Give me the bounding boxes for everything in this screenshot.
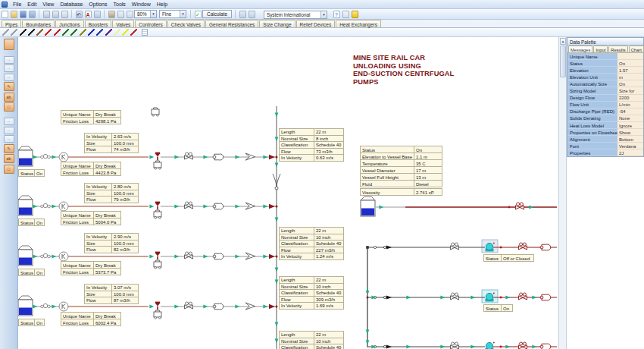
pump-status-label[interactable]: StatusOn xyxy=(483,305,513,312)
pipe-pen-icon[interactable] xyxy=(11,29,17,36)
pipe-table[interactable]: Length22 mNominal Size8 inchClassificati… xyxy=(279,129,344,162)
new-file-icon[interactable] xyxy=(2,11,8,18)
scroll-up-icon[interactable]: ▲ xyxy=(560,38,566,45)
grid-icon[interactable] xyxy=(142,29,148,36)
tank-supply-line[interactable] xyxy=(18,246,278,269)
pump-discharge-line[interactable] xyxy=(368,293,557,301)
velocity-table[interactable]: In Velocity2.63 m/sSize100.0 mmFlow74 m3… xyxy=(84,134,139,153)
velocity-table[interactable]: In Velocity2.80 m/sSize100.0 mmFlow79 m3… xyxy=(84,184,139,203)
table-row[interactable]: Discharge Pipe (RED)-54 xyxy=(567,108,643,115)
table-row[interactable]: Design Flow2200 xyxy=(567,95,643,102)
table-row[interactable]: Unique Name xyxy=(567,53,643,60)
menu-item[interactable]: Tools xyxy=(110,0,128,8)
vertical-scrollbar[interactable]: ▲ xyxy=(558,37,567,349)
font-icon[interactable]: A xyxy=(85,11,92,18)
table-row[interactable]: Flow UnitL/min xyxy=(567,102,643,108)
junction-tab[interactable]: Size Change xyxy=(259,20,295,27)
menu-item[interactable]: Options xyxy=(86,0,110,8)
calculate-button[interactable]: Calculate xyxy=(202,10,232,18)
junction-tab[interactable]: Pipes xyxy=(2,20,21,27)
pipe-pen-icon[interactable] xyxy=(114,29,120,36)
diagram-title[interactable]: MINE SITE RAIL CAR UNLOADING USING END-S… xyxy=(353,54,454,86)
table-row[interactable]: Elevation Unitm xyxy=(567,74,643,80)
notes-icon[interactable] xyxy=(342,11,349,18)
pump-discharge-line[interactable] xyxy=(368,243,557,251)
table-row[interactable]: Sizing ModelSize for xyxy=(567,87,643,94)
detail-select[interactable]: Fine▾ xyxy=(159,10,186,18)
menu-item[interactable]: Help xyxy=(154,0,170,8)
table-row[interactable]: Properties on FlowsheetShow xyxy=(567,129,643,136)
save-all-icon[interactable] xyxy=(29,11,36,18)
find-icon[interactable] xyxy=(108,11,115,18)
palette-tab[interactable]: Messages xyxy=(568,46,592,52)
zoom-out-icon[interactable] xyxy=(127,11,133,18)
table-row[interactable]: FontVerdana xyxy=(567,143,643,149)
dry-break-table[interactable]: Unique NameDry BreakFriction Loss4298.1 … xyxy=(61,111,121,124)
pipe-pen-icon[interactable] xyxy=(80,29,86,36)
tank-supply-line[interactable] xyxy=(18,196,278,219)
dry-break-table[interactable]: Unique NameDry BreakFriction Loss5004.0 … xyxy=(61,212,121,225)
pipe-pen-icon[interactable] xyxy=(105,29,112,36)
text-tool-icon[interactable]: ab xyxy=(4,93,14,102)
junction-tool-icon[interactable]: ·· xyxy=(4,127,14,134)
zoom-in-icon[interactable] xyxy=(117,11,124,18)
table-row[interactable]: Elevation1.57 xyxy=(567,67,643,74)
menu-item[interactable]: View xyxy=(39,0,57,8)
tank-status-label[interactable]: StatusOn xyxy=(18,269,45,276)
tank-supply-line[interactable] xyxy=(18,146,278,169)
junction-tab[interactable]: Relief Devices xyxy=(296,20,336,27)
tank-status-label[interactable]: StatusOn xyxy=(18,170,45,177)
table-row[interactable]: AlignmentBottom xyxy=(567,136,643,143)
menu-item[interactable]: Window xyxy=(129,0,154,8)
pipe-table[interactable]: Length22 mNominal Size10 inchClassificat… xyxy=(279,277,344,310)
pencil-tool-icon[interactable]: ✎ xyxy=(4,144,14,153)
fit-icon[interactable] xyxy=(94,11,101,18)
pump-status-label[interactable]: StatusOff or Closed xyxy=(483,255,534,262)
menu-item[interactable]: Edit xyxy=(24,0,39,8)
shape-tool-icon[interactable]: □ xyxy=(4,165,14,174)
pencil-tool-icon[interactable]: ✎ xyxy=(4,82,14,91)
tank-supply-line[interactable] xyxy=(18,296,278,319)
undo-icon[interactable]: ↶ xyxy=(76,11,83,18)
junction-tab[interactable]: Valves xyxy=(112,20,134,27)
table-row[interactable]: Solids DeratingNone xyxy=(567,115,643,122)
dry-break-table[interactable]: Unique NameDry BreakFriction Loss5373.7 … xyxy=(61,262,121,275)
junction-tool-icon[interactable]: ·· xyxy=(4,64,14,72)
options-icon[interactable] xyxy=(239,11,246,18)
menu-item[interactable]: File xyxy=(10,0,24,8)
chevron-down-icon[interactable]: ▾ xyxy=(320,11,327,18)
shape-tool-icon[interactable]: □ xyxy=(4,102,14,112)
help-icon[interactable]: ? xyxy=(333,11,340,18)
tank-status-label[interactable]: StatusOn xyxy=(18,319,45,326)
junction-tool-icon[interactable]: ·· xyxy=(4,118,14,125)
pipe-pen-icon[interactable] xyxy=(88,29,95,36)
junction-tool-icon[interactable]: ·· xyxy=(4,135,14,143)
pipe-pen-icon[interactable] xyxy=(28,29,35,36)
table-row[interactable]: StatusOn xyxy=(567,60,643,67)
tank-tool-icon[interactable] xyxy=(4,39,14,50)
pipe-pen-icon[interactable] xyxy=(122,29,129,36)
junction-tab[interactable]: Junctions xyxy=(55,20,83,27)
pipe-pen-icon[interactable] xyxy=(36,29,43,36)
data-palette-title[interactable]: Data Palette xyxy=(567,38,643,46)
scrollbar-thumb[interactable] xyxy=(560,46,566,77)
calculate-check-icon[interactable]: ✓ xyxy=(195,11,202,18)
pipe-pen-icon[interactable] xyxy=(130,29,137,36)
pipe-table[interactable]: Length22 mNominal Size10 inchClassificat… xyxy=(279,228,344,260)
print-icon[interactable] xyxy=(43,11,50,18)
page-setup-icon[interactable] xyxy=(61,11,68,18)
tank-status-label[interactable]: StatusOn xyxy=(18,219,45,226)
junction-tab[interactable]: Boundaries xyxy=(22,20,55,27)
pipe-pen-icon[interactable] xyxy=(70,29,77,36)
pipe-pen-icon[interactable] xyxy=(45,29,52,36)
chevron-down-icon[interactable]: ▾ xyxy=(180,11,186,17)
zoom-select[interactable]: 80%▾ xyxy=(134,10,157,18)
vessel-table[interactable]: StatusOnElevation to Vessel Base1.1 mTem… xyxy=(360,146,442,196)
dry-break-table[interactable]: Unique NameDry BreakFriction Loss4423.8 … xyxy=(61,162,121,176)
railcar-icon[interactable] xyxy=(152,108,159,116)
print-preview-icon[interactable] xyxy=(52,11,59,18)
pump-discharge-line[interactable] xyxy=(368,342,557,349)
pipe-pen-icon[interactable] xyxy=(54,29,61,36)
text-tool-icon[interactable]: ab xyxy=(4,154,14,163)
pipe-pen-icon[interactable] xyxy=(20,29,27,36)
